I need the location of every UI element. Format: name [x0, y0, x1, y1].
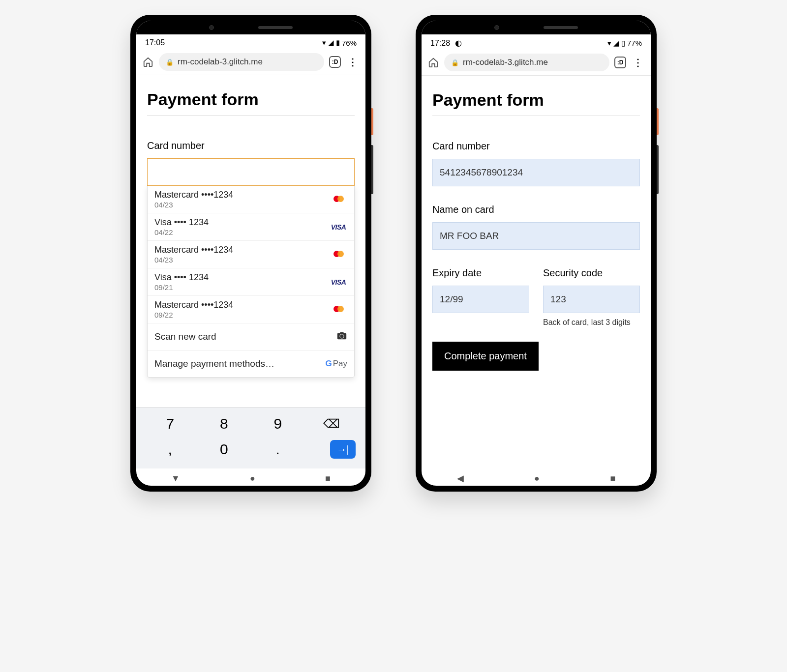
signal-icon: ◢	[328, 38, 334, 47]
autofill-item[interactable]: Visa •••• 1234 09/21 VISA	[148, 268, 354, 296]
status-time: 17:05	[145, 38, 165, 47]
tab-switcher[interactable]: :D	[614, 57, 626, 68]
url-bar[interactable]: 🔒 rm-codelab-3.glitch.me	[444, 54, 609, 71]
back-nav-icon[interactable]: ◀	[457, 473, 464, 484]
scan-new-card[interactable]: Scan new card	[148, 323, 354, 351]
wifi-icon: ▾	[607, 39, 611, 48]
security-code-input[interactable]	[543, 286, 640, 313]
status-bar: 17:05 ▾ ◢ ▮ 76%	[136, 34, 365, 49]
status-battery: 77%	[627, 39, 642, 47]
security-code-label: Security code	[543, 267, 640, 279]
autofill-item[interactable]: Mastercard ••••1234 04/23	[148, 241, 354, 268]
browser-bar: 🔒 rm-codelab-3.glitch.me :D ⋮	[136, 49, 365, 75]
page-title: Payment form	[432, 90, 640, 116]
manage-payment-methods[interactable]: Manage payment methods… G Pay	[148, 351, 354, 377]
autofill-item[interactable]: Mastercard ••••1234 09/22	[148, 296, 354, 323]
visa-icon: VISA	[330, 223, 347, 231]
key-comma[interactable]: ,	[155, 438, 185, 461]
screen: 17:28 ◐ ▾ ◢ ▯ 77% 🔒 rm-codelab-3.glitch.…	[422, 21, 651, 486]
mastercard-icon	[330, 196, 347, 203]
url-text: rm-codelab-3.glitch.me	[178, 57, 263, 67]
autofill-item[interactable]: Visa •••• 1234 04/22 VISA	[148, 213, 354, 241]
android-nav-bar: ◀ ● ■	[422, 468, 651, 486]
battery-icon: ▯	[621, 39, 625, 48]
security-code-hint: Back of card, last 3 digits	[543, 318, 640, 327]
url-bar[interactable]: 🔒 rm-codelab-3.glitch.me	[159, 53, 324, 71]
key-9[interactable]: 9	[263, 412, 293, 435]
phone-right: 17:28 ◐ ▾ ◢ ▯ 77% 🔒 rm-codelab-3.glitch.…	[416, 15, 657, 492]
android-nav-bar: ▼ ● ■	[136, 468, 365, 486]
gpay-icon: G Pay	[325, 359, 347, 369]
tab-switcher[interactable]: :D	[329, 56, 341, 68]
key-8[interactable]: 8	[209, 412, 239, 435]
phone-notch	[422, 21, 651, 34]
page-title: Payment form	[147, 90, 355, 116]
autofill-item[interactable]: Mastercard ••••1234 04/23	[148, 186, 354, 213]
home-nav-icon[interactable]: ●	[534, 473, 540, 484]
url-text: rm-codelab-3.glitch.me	[463, 58, 548, 67]
phone-left: 17:05 ▾ ◢ ▮ 76% 🔒 rm-codelab-3.glitch.me…	[130, 15, 371, 492]
key-7[interactable]: 7	[155, 412, 185, 435]
browser-bar: 🔒 rm-codelab-3.glitch.me :D ⋮	[422, 50, 651, 76]
key-period[interactable]: .	[263, 438, 293, 461]
card-number-input[interactable]	[432, 159, 640, 186]
camera-icon	[336, 331, 347, 343]
status-bar: 17:28 ◐ ▾ ◢ ▯ 77%	[422, 34, 651, 50]
page-content: Payment form Card number Name on card Ex…	[422, 76, 651, 468]
screen: 17:05 ▾ ◢ ▮ 76% 🔒 rm-codelab-3.glitch.me…	[136, 21, 365, 486]
card-number-label: Card number	[147, 140, 355, 151]
mastercard-icon	[330, 251, 347, 258]
page-content: Payment form Card number Mastercard ••••…	[136, 75, 365, 407]
key-0[interactable]: 0	[209, 438, 239, 461]
status-time: 17:28	[430, 39, 450, 48]
mastercard-icon	[330, 306, 347, 313]
complete-payment-button[interactable]: Complete payment	[432, 342, 539, 371]
expiry-label: Expiry date	[432, 267, 529, 279]
lock-icon: 🔒	[166, 58, 174, 66]
lock-icon: 🔒	[451, 59, 459, 66]
status-battery: 76%	[342, 39, 357, 47]
battery-icon: ▮	[336, 38, 340, 47]
visa-icon: VISA	[330, 278, 347, 286]
menu-icon[interactable]: ⋮	[346, 60, 360, 63]
name-on-card-input[interactable]	[432, 222, 640, 250]
card-number-input[interactable]	[147, 158, 355, 186]
recents-nav-icon[interactable]: ■	[325, 473, 331, 484]
name-on-card-label: Name on card	[432, 204, 640, 215]
card-number-label: Card number	[432, 141, 640, 152]
backspace-key[interactable]: ⌫	[317, 414, 346, 434]
phone-notch	[136, 21, 365, 34]
data-saver-icon: ◐	[455, 38, 462, 48]
recents-nav-icon[interactable]: ■	[610, 473, 615, 484]
expiry-input[interactable]	[432, 286, 529, 313]
home-icon[interactable]	[142, 56, 154, 68]
numeric-keyboard: 7 8 9 ⌫ , 0 . x →|	[136, 407, 365, 468]
enter-key[interactable]: →|	[330, 440, 356, 459]
wifi-icon: ▾	[322, 38, 326, 47]
back-nav-icon[interactable]: ▼	[171, 473, 180, 484]
autofill-dropdown: Mastercard ••••1234 04/23 Visa •••• 1234…	[147, 185, 355, 378]
home-nav-icon[interactable]: ●	[250, 473, 255, 484]
home-icon[interactable]	[427, 57, 439, 68]
signal-icon: ◢	[613, 39, 619, 48]
menu-icon[interactable]: ⋮	[631, 61, 645, 64]
